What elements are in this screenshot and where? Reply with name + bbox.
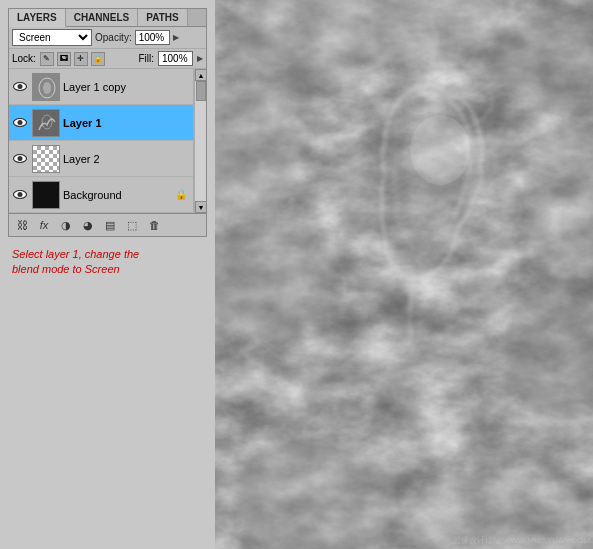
lock-move-icon[interactable]: ✛ [74,52,88,66]
adj-icon[interactable]: ◕ [79,216,97,234]
blend-mode-select[interactable]: Screen Normal Multiply Overlay [12,29,92,46]
layer-thumb-2 [32,145,60,173]
lock-all-icon[interactable]: 🔒 [91,52,105,66]
lock-icons: ✎ ⛾ ✛ 🔒 [40,52,105,66]
scroll-thumb[interactable] [196,81,206,101]
opacity-arrow[interactable]: ▶ [173,33,179,42]
layer-toolbar: ⛓ fx ◑ ◕ ▤ ⬚ 🗑 [8,213,207,237]
scroll-down-btn[interactable]: ▼ [195,201,207,213]
eye-icon-1[interactable] [11,114,29,132]
layer-name-1: Layer 1 [63,117,191,129]
scroll-track [195,81,206,201]
trash-icon[interactable]: 🗑 [145,216,163,234]
right-panel: 思缘设计论坛 WWW.MISSYUAN.COM [215,0,593,549]
svg-text:思缘设计论坛 WWW.MISSYUAN.COM: 思缘设计论坛 WWW.MISSYUAN.COM [452,536,591,545]
svg-point-4 [43,82,51,94]
tab-layers[interactable]: LAYERS [9,9,66,27]
svg-rect-13 [33,182,60,209]
fill-arrow[interactable]: ▶ [197,54,203,63]
opacity-label: Opacity: [95,32,132,43]
new-layer-icon[interactable]: ⬚ [123,216,141,234]
opacity-input[interactable] [135,30,170,45]
lock-badge-bg: 🔒 [175,189,187,200]
svg-point-26 [410,115,470,185]
svg-point-12 [18,192,23,197]
instruction-text: Select layer 1, change theblend mode to … [8,247,207,278]
eye-icon-2[interactable] [11,150,29,168]
layer-item-2[interactable]: Layer 2 [9,141,193,177]
mask-icon[interactable]: ◑ [57,216,75,234]
fill-input[interactable] [158,51,193,66]
layer-item-copy[interactable]: Layer 1 copy [9,69,193,105]
layer-thumb-1 [32,109,60,137]
layer-thumb-copy [32,73,60,101]
lock-row: Lock: ✎ ⛾ ✛ 🔒 Fill: ▶ [9,49,206,69]
smoke-image: 思缘设计论坛 WWW.MISSYUAN.COM [215,0,593,549]
layer-name-2: Layer 2 [63,153,191,165]
layer-scrollbar[interactable]: ▲ ▼ [194,69,206,213]
fill-label: Fill: [138,53,154,64]
layer-name-copy: Layer 1 copy [63,81,191,93]
scroll-up-btn[interactable]: ▲ [195,69,207,81]
group-icon[interactable]: ▤ [101,216,119,234]
lock-pixel-icon[interactable]: ✎ [40,52,54,66]
layer-item-1[interactable]: Layer 1 [9,105,193,141]
layer-list-wrap: Layer 1 copy [9,69,206,213]
link-icon[interactable]: ⛓ [13,216,31,234]
tab-channels[interactable]: CHANNELS [66,9,139,26]
fx-icon[interactable]: fx [35,216,53,234]
lock-paint-icon[interactable]: ⛾ [57,52,71,66]
tab-bar: LAYERS CHANNELS PATHS [9,9,206,27]
layer-list: Layer 1 copy [9,69,194,213]
layer-name-bg: Background [63,189,175,201]
svg-point-6 [18,120,23,125]
eye-icon-bg[interactable] [11,186,29,204]
lock-label: Lock: [12,53,36,64]
svg-point-10 [18,156,23,161]
tab-paths[interactable]: PATHS [138,9,187,26]
blend-row: Screen Normal Multiply Overlay Opacity: … [9,27,206,49]
eye-icon-copy[interactable] [11,78,29,96]
layers-panel: LAYERS CHANNELS PATHS Screen Normal Mult… [8,8,207,213]
svg-point-1 [18,84,23,89]
left-panel: LAYERS CHANNELS PATHS Screen Normal Mult… [0,0,215,549]
layer-item-bg[interactable]: Background 🔒 [9,177,193,213]
layer-thumb-bg [32,181,60,209]
